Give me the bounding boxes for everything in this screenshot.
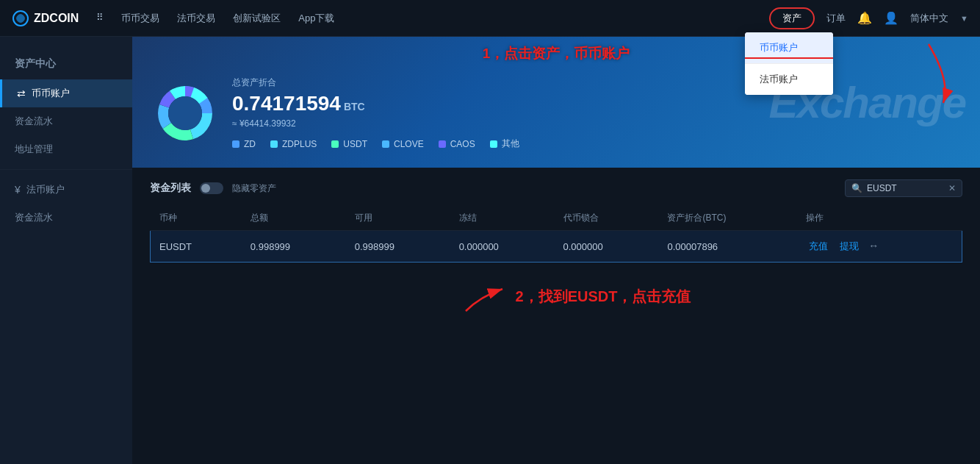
legend-dot-caos — [439, 140, 446, 148]
table-header: 币种 总额 可用 冻结 代币锁合 资产折合(BTC) 操作 — [151, 206, 962, 231]
legend-dot-usdt — [331, 140, 339, 148]
header: ZDCOIN ⠿ 币币交易 法币交易 创新试验区 App下载 资产 订单 🔔 👤… — [0, 0, 980, 37]
coin-account-icon: ⇄ — [17, 88, 26, 99]
col-btc: 资产折合(BTC) — [658, 206, 797, 231]
fund-flow-2-label: 资金流水 — [15, 211, 53, 224]
svg-point-9 — [168, 96, 202, 130]
assets-button[interactable]: 资产 — [769, 7, 815, 29]
legend-zd: ZD — [232, 138, 256, 150]
dropdown-coin-account[interactable]: 币币账户 — [745, 32, 833, 63]
sidebar: 资产中心 ⇄ 币币账户 资金流水 地址管理 ¥ 法币账户 资金流水 — [0, 37, 132, 464]
dropdown-fiat-account[interactable]: 法币账户 — [745, 64, 833, 95]
bottom-arrow-svg — [422, 274, 510, 318]
legend-dot-zd — [232, 140, 239, 148]
toggle-label: 隐藏零资产 — [232, 182, 276, 195]
lang-dropdown-icon[interactable]: ▼ — [960, 14, 968, 23]
sidebar-item-fund-flow-1[interactable]: 资金流水 — [0, 107, 132, 135]
sidebar-item-address[interactable]: 地址管理 — [0, 135, 132, 163]
sidebar-item-coin-label: 币币账户 — [32, 87, 70, 100]
search-icon: 🔍 — [851, 183, 862, 193]
nav-bar: ⠿ 币币交易 法币交易 创新试验区 App下载 — [96, 9, 769, 28]
col-total: 总额 — [242, 206, 346, 231]
main-layout: 资产中心 ⇄ 币币账户 资金流水 地址管理 ¥ 法币账户 资金流水 Exchan… — [0, 37, 980, 464]
fund-flow-1-label: 资金流水 — [15, 115, 53, 128]
sidebar-item-fiat-account[interactable]: ¥ 法币账户 — [0, 176, 132, 204]
legend-dot-zdplus — [270, 140, 278, 148]
nav-fiat-trade[interactable]: 法币交易 — [177, 9, 215, 28]
nav-innovation[interactable]: 创新试验区 — [233, 9, 281, 28]
legend-usdt: USDT — [331, 138, 367, 150]
amount-unit: BTC — [344, 101, 365, 113]
legend-dot-clove — [382, 140, 389, 148]
nav-app-download[interactable]: App下载 — [298, 9, 334, 28]
table-toolbar-left: 资金列表 隐藏零资产 — [150, 182, 276, 195]
sidebar-section-title: 资产中心 — [0, 51, 132, 79]
table-toolbar: 资金列表 隐藏零资产 🔍 ✕ — [150, 179, 962, 197]
cell-total: 0.998999 — [242, 231, 346, 263]
search-box: 🔍 ✕ — [845, 179, 962, 197]
legend-label-clove: CLOVE — [394, 139, 424, 149]
donut-chart — [156, 84, 215, 143]
col-currency: 币种 — [151, 206, 242, 231]
content-area: Exchange 1，点击资产，币币账户 — [132, 37, 980, 464]
search-clear-icon[interactable]: ✕ — [948, 183, 956, 193]
cell-btc: 0.00007896 — [658, 231, 797, 263]
legend-label-usdt: USDT — [343, 139, 367, 149]
col-locked: 代币锁合 — [555, 206, 659, 231]
legend-caos: CAOS — [439, 138, 475, 150]
cell-frozen: 0.000000 — [450, 231, 555, 263]
legend-other: 其他 — [490, 138, 519, 150]
fiat-account-icon: ¥ — [15, 184, 21, 196]
annotation-bottom-text: 2，找到EUSDT，点击充值 — [516, 287, 691, 307]
legend-dot-other — [490, 140, 497, 148]
annotation-bottom: 2，找到EUSDT，点击充值 — [150, 274, 962, 324]
legend-label-zdplus: ZDPLUS — [282, 139, 317, 149]
logo: ZDCOIN — [12, 10, 79, 27]
col-frozen: 冻结 — [450, 206, 555, 231]
banner: Exchange 1，点击资产，币币账户 — [132, 37, 980, 168]
annotation-top: 1，点击资产，币币账户 — [483, 44, 630, 63]
orders-button[interactable]: 订单 — [826, 12, 846, 25]
logo-icon — [12, 10, 29, 27]
legend-label-caos: CAOS — [450, 139, 475, 149]
table-header-row: 币种 总额 可用 冻结 代币锁合 资产折合(BTC) 操作 — [151, 206, 962, 231]
sidebar-divider — [0, 169, 132, 170]
col-available: 可用 — [346, 206, 450, 231]
sidebar-item-fiat-label: 法币账户 — [26, 183, 65, 196]
cell-currency: EUSDT — [151, 231, 242, 263]
logo-text: ZDCOIN — [34, 12, 79, 25]
bell-icon[interactable]: 🔔 — [857, 11, 872, 25]
toggle-knob — [201, 184, 210, 193]
search-input[interactable] — [867, 183, 944, 193]
recharge-button[interactable]: 充值 — [806, 240, 831, 253]
legend-label-other: 其他 — [502, 138, 519, 150]
table-body: EUSDT 0.998999 0.998999 0.000000 0.00000… — [151, 231, 962, 263]
table-section: 资金列表 隐藏零资产 🔍 ✕ 币种 总额 可用 — [132, 168, 980, 336]
table-title: 资金列表 — [150, 182, 191, 195]
nav-coin-trade[interactable]: 币币交易 — [121, 9, 159, 28]
data-table: 币种 总额 可用 冻结 代币锁合 资产折合(BTC) 操作 EUSDT 0.99… — [150, 206, 962, 263]
language-selector[interactable]: 简体中文 — [910, 12, 948, 25]
sidebar-item-fund-flow-2[interactable]: 资金流水 — [0, 204, 132, 232]
address-label: 地址管理 — [15, 143, 53, 156]
cell-actions: 充值 提现 ↔ — [797, 231, 962, 263]
nav-grid-icon: ⠿ — [96, 9, 104, 28]
legend-clove: CLOVE — [382, 138, 424, 150]
legend-zdplus: ZDPLUS — [270, 138, 317, 150]
cell-locked: 0.000000 — [555, 231, 659, 263]
cell-available: 0.998999 — [346, 231, 450, 263]
col-actions: 操作 — [797, 206, 962, 231]
user-icon[interactable]: 👤 — [884, 11, 898, 25]
header-right: 资产 订单 🔔 👤 简体中文 ▼ — [769, 7, 968, 29]
assets-dropdown: 币币账户 法币账户 — [745, 32, 833, 95]
legend-label-zd: ZD — [244, 139, 256, 149]
transfer-icon[interactable]: ↔ — [868, 240, 879, 251]
amount-value: 0.74171594 — [232, 92, 341, 115]
withdraw-button[interactable]: 提现 — [837, 240, 862, 253]
sidebar-item-coin-account[interactable]: ⇄ 币币账户 — [0, 79, 132, 107]
hide-zero-toggle[interactable] — [200, 182, 223, 194]
table-row: EUSDT 0.998999 0.998999 0.000000 0.00000… — [151, 231, 962, 263]
